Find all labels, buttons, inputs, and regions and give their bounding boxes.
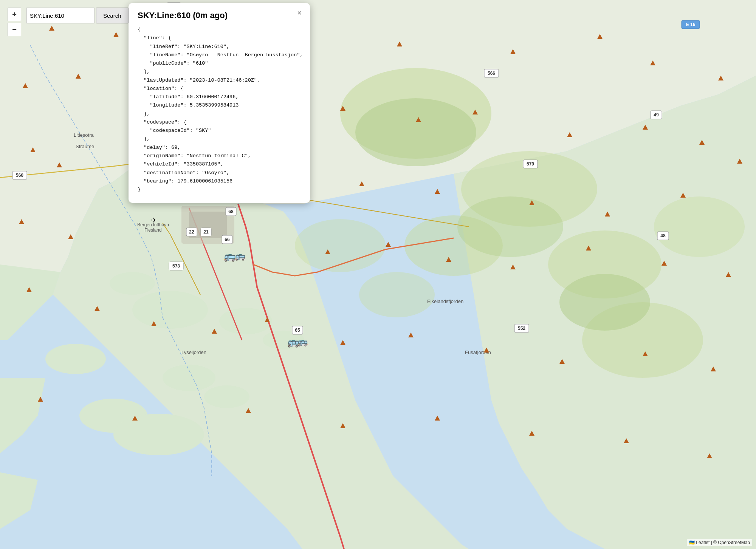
terrain-marker xyxy=(707,453,712,458)
map-background xyxy=(0,0,756,549)
terrain-marker xyxy=(49,26,54,31)
place-straume: Straume xyxy=(76,144,94,149)
airport-icon: ✈ xyxy=(151,216,157,224)
terrain-marker xyxy=(246,408,251,413)
terrain-marker xyxy=(359,181,364,186)
place-lyseljorden: Lyseljorden xyxy=(181,350,206,355)
svg-point-17 xyxy=(654,196,745,257)
road-label-e16: E 16 xyxy=(682,20,700,29)
terrain-marker xyxy=(529,431,534,436)
terrain-marker xyxy=(643,125,648,130)
vehicle-popup: SKY:Line:610 (0m ago) × { "line": { "lin… xyxy=(129,3,310,203)
terrain-marker xyxy=(643,351,648,356)
road-label-560: 560 xyxy=(12,171,27,179)
terrain-marker xyxy=(718,76,723,80)
terrain-marker xyxy=(472,110,478,114)
svg-point-4 xyxy=(219,308,272,334)
search-bar: Search xyxy=(26,8,129,23)
svg-point-8 xyxy=(113,414,204,455)
svg-point-18 xyxy=(355,98,476,166)
terrain-marker xyxy=(212,329,217,334)
attribution-text: Leaflet | © OpenStreetMap xyxy=(696,540,750,545)
terrain-marker xyxy=(510,49,516,54)
terrain-marker xyxy=(650,60,655,65)
road-label-21: 21 xyxy=(201,228,211,236)
terrain-marker xyxy=(559,359,565,364)
place-litlesotra: Litlesotra xyxy=(74,132,94,138)
terrain-marker xyxy=(586,246,591,251)
terrain-marker xyxy=(19,219,24,224)
terrain-marker xyxy=(567,132,572,137)
terrain-marker xyxy=(416,117,421,122)
search-button[interactable]: Search xyxy=(96,8,129,23)
svg-point-14 xyxy=(359,272,435,317)
road-label-22: 22 xyxy=(186,228,197,236)
terrain-marker xyxy=(446,257,451,262)
terrain-marker xyxy=(340,340,345,345)
svg-point-3 xyxy=(132,291,208,329)
road-label-573: 573 xyxy=(169,262,183,270)
popup-json-content: { "line": { "lineRef": "SKY:Line:610", "… xyxy=(138,26,301,194)
terrain-marker xyxy=(76,74,81,79)
terrain-marker xyxy=(484,348,489,353)
terrain-marker xyxy=(132,416,138,421)
road-label-552: 552 xyxy=(514,324,529,332)
svg-point-20 xyxy=(559,274,650,331)
popup-close-button[interactable]: × xyxy=(294,8,305,18)
map-attribution: 🇺🇦 Leaflet | © OpenStreetMap xyxy=(687,539,752,546)
terrain-marker xyxy=(408,332,414,337)
terrain-marker xyxy=(57,162,62,167)
terrain-marker xyxy=(699,140,705,145)
terrain-marker xyxy=(726,272,731,277)
zoom-in-button[interactable]: + xyxy=(8,8,21,21)
svg-point-1 xyxy=(110,272,155,295)
terrain-marker xyxy=(737,159,742,164)
svg-point-19 xyxy=(457,196,563,257)
terrain-marker xyxy=(325,249,330,254)
terrain-marker xyxy=(94,306,100,311)
terrain-marker xyxy=(435,416,440,421)
road-label-66: 66 xyxy=(222,235,232,244)
terrain-marker xyxy=(597,34,603,39)
terrain-marker xyxy=(68,234,73,239)
terrain-marker xyxy=(397,42,402,46)
zoom-out-button[interactable]: − xyxy=(8,23,21,36)
terrain-marker xyxy=(624,438,629,443)
terrain-marker xyxy=(151,321,156,326)
terrain-marker xyxy=(26,287,32,292)
terrain-marker xyxy=(30,147,36,152)
road-label-65: 65 xyxy=(292,326,303,334)
terrain-marker xyxy=(38,397,43,402)
popup-title: SKY:Line:610 (0m ago) xyxy=(138,11,301,20)
road-label-579: 579 xyxy=(523,160,538,168)
terrain-marker xyxy=(435,189,440,194)
terrain-marker xyxy=(265,317,270,322)
terrain-marker xyxy=(510,264,516,269)
svg-point-2 xyxy=(45,344,106,374)
road-label-566: 566 xyxy=(484,69,499,77)
terrain-marker xyxy=(529,200,534,205)
terrain-marker xyxy=(605,212,610,217)
map-container: 562 E 16 566 49 579 560 22 21 68 66 48 5… xyxy=(0,0,756,549)
place-eikelandsfjorden: Eikelandsfjorden xyxy=(427,298,463,304)
bus-marker-1[interactable]: 🚌 xyxy=(224,251,236,262)
terrain-marker xyxy=(113,32,119,37)
terrain-marker xyxy=(711,367,716,371)
terrain-marker xyxy=(340,106,345,111)
svg-point-7 xyxy=(163,365,215,391)
zoom-controls: + − xyxy=(8,8,21,36)
terrain-marker xyxy=(662,261,667,266)
terrain-marker xyxy=(386,242,391,247)
bus-marker-2[interactable]: 🚌 xyxy=(235,251,245,261)
terrain-marker xyxy=(23,83,28,88)
road-label-49: 49 xyxy=(651,111,662,119)
road-label-48: 48 xyxy=(657,232,669,240)
terrain-marker xyxy=(340,423,345,428)
bus-marker-4[interactable]: 🚌 xyxy=(297,337,308,347)
search-input[interactable] xyxy=(26,8,94,23)
road-label-68: 68 xyxy=(226,207,236,216)
terrain-marker xyxy=(680,193,686,198)
svg-point-9 xyxy=(204,385,249,408)
leaflet-flag: 🇺🇦 xyxy=(689,540,695,545)
